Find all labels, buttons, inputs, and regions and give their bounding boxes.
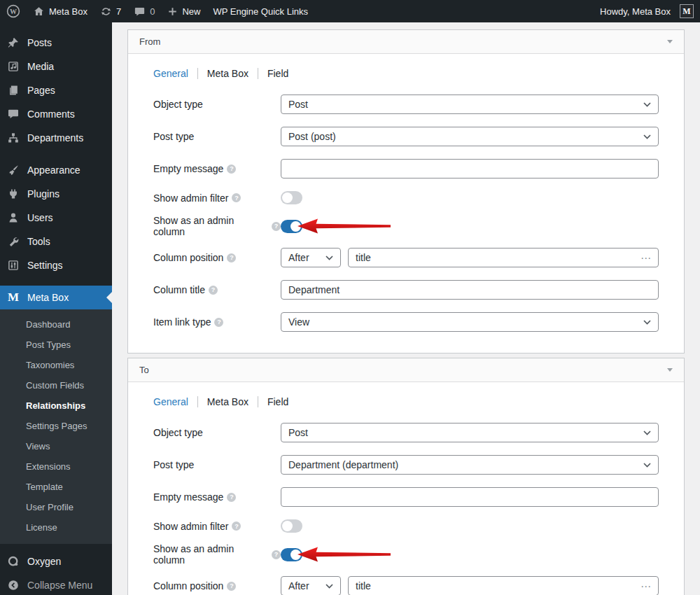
admin-sidebar: Posts Media Pages Comments Departments xyxy=(0,22,112,595)
help-icon[interactable]: ? xyxy=(214,318,223,327)
tab-field[interactable]: Field xyxy=(258,68,298,79)
sidebar-item-label: Comments xyxy=(27,108,75,120)
tab-general[interactable]: General xyxy=(153,396,197,407)
column-position-ref-input[interactable] xyxy=(348,576,659,595)
submenu-item-relationships[interactable]: Relationships xyxy=(0,396,112,416)
submenu-item-user-profile[interactable]: User Profile xyxy=(0,497,112,517)
submenu-item-post-types[interactable]: Post Types xyxy=(0,335,112,355)
sidebar-item-pages[interactable]: Pages xyxy=(0,78,112,102)
user-icon xyxy=(6,211,20,225)
collapse-caret-icon[interactable] xyxy=(667,40,673,43)
submenu-item-settings-pages[interactable]: Settings Pages xyxy=(0,416,112,436)
object-type-select[interactable]: Post xyxy=(281,423,659,442)
from-panel-header[interactable]: From xyxy=(128,30,684,54)
help-icon[interactable]: ? xyxy=(227,582,236,591)
oxygen-logo-icon xyxy=(6,554,20,568)
submenu-item-dashboard[interactable]: Dashboard xyxy=(0,314,112,335)
empty-message-input[interactable] xyxy=(281,487,659,507)
sidebar-item-media[interactable]: Media xyxy=(0,55,112,78)
column-position-ref-input[interactable] xyxy=(348,248,659,267)
sidebar-item-label: Users xyxy=(27,212,53,223)
object-type-label: Object type xyxy=(153,99,281,110)
column-position-select[interactable]: After xyxy=(281,576,341,595)
home-icon xyxy=(33,6,45,18)
help-icon[interactable]: ? xyxy=(227,253,236,262)
sidebar-item-oxygen[interactable]: Oxygen xyxy=(0,550,112,573)
show-admin-column-toggle[interactable] xyxy=(281,220,302,233)
help-icon[interactable]: ? xyxy=(227,493,236,502)
help-icon[interactable]: ? xyxy=(272,222,281,231)
submenu-item-extensions[interactable]: Extensions xyxy=(0,456,112,477)
show-admin-filter-toggle[interactable] xyxy=(281,191,302,204)
post-type-row: Post type Post (post) xyxy=(153,127,659,146)
post-type-select[interactable]: Post (post) xyxy=(281,127,659,146)
tab-field[interactable]: Field xyxy=(258,396,298,407)
help-icon[interactable]: ? xyxy=(232,193,241,202)
site-name-menu[interactable]: Meta Box xyxy=(27,0,94,22)
sidebar-item-posts[interactable]: Posts xyxy=(0,31,112,55)
tab-meta-box[interactable]: Meta Box xyxy=(197,68,258,79)
plus-icon xyxy=(167,6,178,17)
show-admin-filter-toggle[interactable] xyxy=(281,519,302,533)
submenu-item-taxonomies[interactable]: Taxonomies xyxy=(0,355,112,375)
meta-box-submenu: Dashboard Post Types Taxonomies Custom F… xyxy=(0,309,112,544)
tab-general[interactable]: General xyxy=(153,68,197,79)
toggle-knob xyxy=(282,192,293,203)
item-link-type-row: Item link type? View xyxy=(153,312,659,332)
tab-meta-box[interactable]: Meta Box xyxy=(197,396,258,407)
help-icon[interactable]: ? xyxy=(227,164,236,174)
help-icon[interactable]: ? xyxy=(232,522,241,531)
from-tabs: General Meta Box Field xyxy=(153,68,659,79)
item-link-type-select[interactable]: View xyxy=(281,312,659,332)
new-content-menu[interactable]: New xyxy=(161,0,206,22)
empty-message-input[interactable] xyxy=(281,159,659,178)
panel-title: To xyxy=(139,365,149,375)
comments-menu[interactable]: 0 xyxy=(127,0,161,22)
column-position-select[interactable]: After xyxy=(281,248,341,267)
updates-icon xyxy=(100,6,112,18)
media-icon xyxy=(6,59,20,74)
help-icon[interactable]: ? xyxy=(209,286,218,295)
toggle-knob xyxy=(282,521,293,531)
sidebar-item-departments[interactable]: Departments xyxy=(0,126,112,150)
empty-message-row: Empty message? xyxy=(153,159,659,178)
wpengine-quick-links-menu[interactable]: WP Engine Quick Links xyxy=(206,0,314,22)
options-ellipsis-icon[interactable]: ⋯ xyxy=(640,581,652,592)
chevron-down-icon xyxy=(643,102,651,107)
from-panel: From General Meta Box Field Object type … xyxy=(127,29,685,354)
annotation-arrow xyxy=(297,218,392,234)
sidebar-item-appearance[interactable]: Appearance xyxy=(0,158,112,182)
sidebar-item-meta-box[interactable]: M Meta Box xyxy=(0,286,112,309)
submenu-item-template[interactable]: Template xyxy=(0,477,112,497)
to-panel-header[interactable]: To xyxy=(128,358,684,382)
sidebar-item-users[interactable]: Users xyxy=(0,206,112,230)
sidebar-item-settings[interactable]: Settings xyxy=(0,253,112,277)
sidebar-item-comments[interactable]: Comments xyxy=(0,102,112,126)
admin-bar: W Meta Box 7 0 New WP Engine Quick Lin xyxy=(0,0,700,22)
options-ellipsis-icon[interactable]: ⋯ xyxy=(640,253,652,263)
collapse-caret-icon[interactable] xyxy=(667,368,673,372)
brush-icon xyxy=(6,163,20,177)
pin-icon xyxy=(6,36,20,50)
show-admin-filter-label: Show admin filter? xyxy=(153,521,281,532)
updates-menu[interactable]: 7 xyxy=(94,0,127,22)
column-title-input[interactable] xyxy=(281,280,659,300)
column-position-label: Column position? xyxy=(153,252,281,263)
select-value: Post xyxy=(288,99,308,110)
show-admin-column-toggle[interactable] xyxy=(281,548,302,561)
settings-sliders-icon xyxy=(6,258,20,272)
submenu-item-views[interactable]: Views xyxy=(0,436,112,456)
object-type-select[interactable]: Post xyxy=(281,94,659,114)
wordpress-logo-menu[interactable]: W xyxy=(0,0,27,22)
svg-text:W: W xyxy=(10,8,17,15)
submenu-item-license[interactable]: License xyxy=(0,517,112,538)
sidebar-item-label: Tools xyxy=(27,236,50,247)
collapse-menu-button[interactable]: Collapse Menu xyxy=(0,573,112,595)
post-type-select[interactable]: Department (department) xyxy=(281,455,659,475)
my-account-menu[interactable]: Howdy, Meta Box M xyxy=(594,0,700,22)
sidebar-item-tools[interactable]: Tools xyxy=(0,230,112,253)
submenu-item-custom-fields[interactable]: Custom Fields xyxy=(0,375,112,396)
help-icon[interactable]: ? xyxy=(272,550,281,559)
sidebar-item-label: Meta Box xyxy=(27,292,69,303)
sidebar-item-plugins[interactable]: Plugins xyxy=(0,182,112,206)
